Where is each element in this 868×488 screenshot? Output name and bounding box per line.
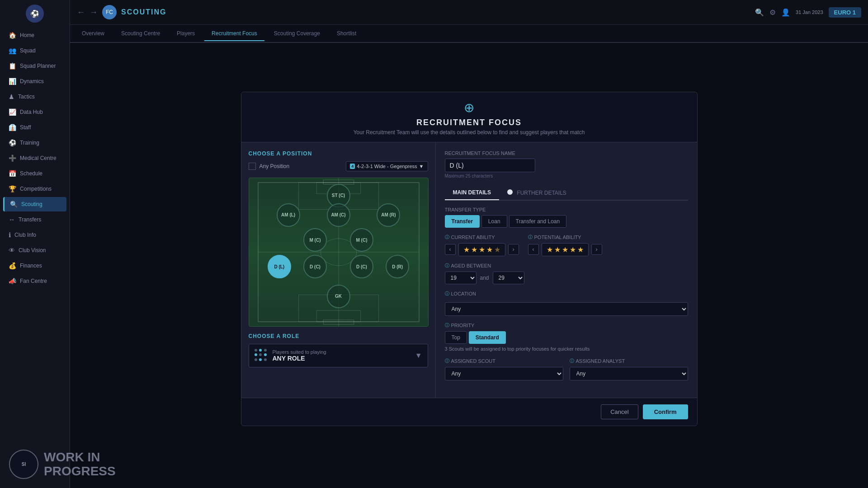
sidebar-item-tactics[interactable]: ♟Tactics xyxy=(3,89,66,104)
current-ability-prev[interactable]: ‹ xyxy=(445,244,456,255)
scout-label: ⓘ ASSIGNED SCOUT xyxy=(445,358,563,364)
sidebar-item-data-hub[interactable]: 📈Data Hub xyxy=(3,105,66,119)
focus-name-label: RECRUITMENT FOCUS NAME xyxy=(445,150,688,156)
dialog-header: ⊕ RECRUITMENT FOCUS Your Recruitment Tea… xyxy=(241,92,697,142)
settings-icon[interactable]: ⚙ xyxy=(769,8,776,17)
info-icon-analyst: ⓘ xyxy=(570,358,574,364)
confirm-button[interactable]: Confirm xyxy=(643,404,688,419)
analyst-section: ⓘ ASSIGNED ANALYST Any xyxy=(570,358,688,380)
role-chevron-icon: ▼ xyxy=(415,352,422,360)
sidebar-item-staff[interactable]: 👔Staff xyxy=(3,120,66,135)
loan-btn[interactable]: Loan xyxy=(481,215,507,228)
priority-note: 3 Scouts will be assigned to top priorit… xyxy=(445,346,688,352)
nav-back-button[interactable]: ← xyxy=(77,8,85,17)
scout-section: ⓘ ASSIGNED SCOUT Any xyxy=(445,358,563,380)
sidebar-item-fan-centre[interactable]: 📣Fan Centre xyxy=(3,274,66,288)
tab-further-details[interactable]: FURTHER DETAILS xyxy=(499,186,575,201)
age-label: ⓘ AGED BETWEEN xyxy=(445,263,688,269)
role-value: ANY ROLE xyxy=(273,355,410,362)
tab-shortlist[interactable]: Shortlist xyxy=(330,27,363,41)
info-icon-age: ⓘ xyxy=(445,263,449,269)
transfer-type-label: TRANSFER TYPE xyxy=(445,207,688,212)
transfer-type-row: TRANSFER TYPE Transfer Loan Transfer and… xyxy=(445,207,688,228)
tab-main-details[interactable]: MAIN DETAILS xyxy=(445,186,499,200)
formation-select[interactable]: 4 4-2-3-1 Wide - Gegenpress ▼ xyxy=(346,161,428,171)
svg-rect-8 xyxy=(323,320,354,324)
page-title: SCOUTING xyxy=(121,8,750,16)
potential-ability-next[interactable]: › xyxy=(591,244,602,255)
position-AM-L[interactable]: AM (L) xyxy=(277,203,300,227)
pstar-3: ★ xyxy=(562,245,568,254)
cancel-button[interactable]: Cancel xyxy=(601,404,638,419)
wip-logo: SI xyxy=(9,450,38,479)
position-M-C-1[interactable]: M (C) xyxy=(303,228,327,252)
position-AM-C[interactable]: AM (C) xyxy=(327,203,350,227)
priority-top-btn[interactable]: Top xyxy=(445,331,467,344)
role-dropdown[interactable]: Players suited to playing ANY ROLE ▼ xyxy=(249,344,428,367)
location-row: ⓘ LOCATION Any xyxy=(445,291,688,316)
location-select[interactable]: Any xyxy=(445,302,688,316)
tab-players[interactable]: Players xyxy=(170,27,202,41)
position-AM-R[interactable]: AM (R) xyxy=(377,203,400,227)
age-row-section: ⓘ AGED BETWEEN 19 and 29 xyxy=(445,263,688,284)
position-D-C-1[interactable]: D (C) xyxy=(303,255,327,278)
date-display: 31 Jan 2023 xyxy=(796,9,823,15)
any-position-checkbox[interactable] xyxy=(249,163,256,170)
sidebar-item-home[interactable]: 🏠Home xyxy=(3,28,66,42)
priority-standard-btn[interactable]: Standard xyxy=(469,331,506,344)
info-icon-current: ⓘ xyxy=(445,234,449,240)
scout-analyst-row: ⓘ ASSIGNED SCOUT Any ⓘ ASSIGNE xyxy=(445,358,688,380)
focus-name-input[interactable] xyxy=(445,159,535,172)
age-from-select[interactable]: 19 xyxy=(445,272,476,284)
search-icon[interactable]: 🔍 xyxy=(755,8,764,17)
analyst-select[interactable]: Any xyxy=(570,367,688,380)
focus-name-row: RECRUITMENT FOCUS NAME Maximum 25 charac… xyxy=(445,150,688,178)
tab-scouting-coverage[interactable]: Scouting Coverage xyxy=(267,27,327,41)
current-ability-next[interactable]: › xyxy=(508,244,519,255)
age-to-select[interactable]: 29 xyxy=(493,272,524,284)
position-GK[interactable]: GK xyxy=(327,285,350,308)
position-M-C-2[interactable]: M (C) xyxy=(350,228,373,252)
sidebar-item-scouting[interactable]: 🔍Scouting xyxy=(3,197,66,211)
sidebar-item-finances[interactable]: 💰Finances xyxy=(3,258,66,273)
sidebar-item-training[interactable]: ⚽Training xyxy=(3,136,66,150)
sidebar-item-competitions[interactable]: 🏆Competitions xyxy=(3,182,66,196)
transfer-and-loan-btn[interactable]: Transfer and Loan xyxy=(509,215,567,228)
wip-watermark: SI WORK IN PROGRESS xyxy=(9,450,116,479)
max-chars-label: Maximum 25 characters xyxy=(445,174,688,178)
sidebar-item-transfers[interactable]: ↔Transfers xyxy=(3,212,66,227)
position-controls: Any Position 4 4-2-3-1 Wide - Gegenpress… xyxy=(249,161,428,171)
sidebar-item-club-vision[interactable]: 👁Club Vision xyxy=(3,243,66,258)
star-3: ★ xyxy=(479,245,485,254)
position-D-L[interactable]: D (L) xyxy=(268,255,291,278)
sidebar-item-medical[interactable]: ➕Medical Centre xyxy=(3,151,66,165)
sidebar-item-club-info[interactable]: ℹClub Info xyxy=(3,228,66,242)
profile-icon[interactable]: 👤 xyxy=(781,8,790,17)
position-D-R[interactable]: D (R) xyxy=(386,255,409,278)
pitch-container: ST (C) AM (L) AM (C) AM (R) M (C) M (C) … xyxy=(249,178,429,327)
tab-recruitment-focus[interactable]: Recruitment Focus xyxy=(204,27,264,41)
sidebar-item-dynamics[interactable]: 📊Dynamics xyxy=(3,74,66,89)
tab-scouting-centre[interactable]: Scouting Centre xyxy=(114,27,167,41)
potential-ability-stars: ★ ★ ★ ★ ★ xyxy=(542,243,589,256)
position-D-C-2[interactable]: D (C) xyxy=(350,255,373,278)
star-4: ★ xyxy=(486,245,493,254)
age-and-label: and xyxy=(480,275,489,281)
left-panel: CHOOSE A POSITION Any Position 4 4-2-3-1… xyxy=(241,142,436,398)
age-controls: 19 and 29 xyxy=(445,272,688,284)
sidebar-item-schedule[interactable]: 📅Schedule xyxy=(3,166,66,181)
info-icon-potential: ⓘ xyxy=(528,234,533,240)
transfer-btn[interactable]: Transfer xyxy=(445,215,480,228)
nav-forward-button[interactable]: → xyxy=(90,8,98,17)
dialog-title: RECRUITMENT FOCUS xyxy=(250,118,688,127)
sidebar-item-squad[interactable]: 👥Squad xyxy=(3,43,66,58)
tab-overview[interactable]: Overview xyxy=(75,27,112,41)
nav-tabs: Overview Scouting Centre Players Recruit… xyxy=(70,25,868,43)
sidebar-item-squad-planner[interactable]: 📋Squad Planner xyxy=(3,59,66,73)
pstar-2: ★ xyxy=(554,245,561,254)
scout-select[interactable]: Any xyxy=(445,367,563,380)
info-icon-scout: ⓘ xyxy=(445,358,449,364)
sidebar: ⚽ 🏠Home 👥Squad 📋Squad Planner 📊Dynamics … xyxy=(0,0,70,488)
pstar-4: ★ xyxy=(570,245,576,254)
potential-ability-prev[interactable]: ‹ xyxy=(528,244,539,255)
